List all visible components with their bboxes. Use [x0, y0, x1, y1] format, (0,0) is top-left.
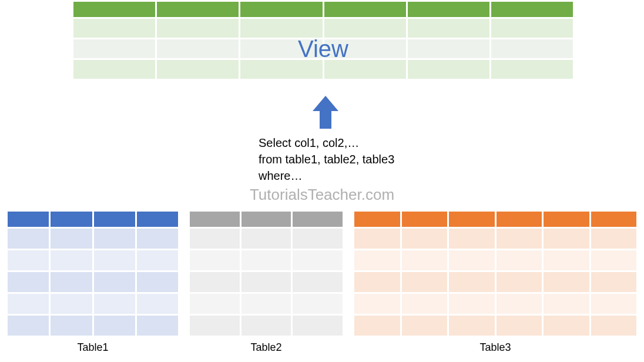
table3-header-cell — [544, 212, 589, 227]
view-cell — [324, 39, 406, 58]
table1-caption: Table1 — [8, 341, 178, 354]
view-cell — [240, 60, 322, 79]
table3-header-cell — [591, 212, 637, 227]
view-header-cell — [408, 2, 489, 17]
table2-header-cell — [242, 212, 291, 227]
table2-header — [190, 212, 343, 227]
view-header-row — [73, 2, 573, 17]
table3-caption: Table3 — [354, 341, 636, 354]
table1-header-cell — [51, 212, 92, 227]
view-header-cell — [491, 2, 573, 17]
table3-header-cell — [402, 212, 448, 227]
source-tables: Table1 Table2 — [8, 212, 636, 354]
view-header-cell — [240, 2, 322, 17]
view-table: View — [73, 2, 573, 79]
sql-line-1: Select col1, col2,… — [259, 135, 394, 151]
view-row — [73, 39, 573, 58]
sql-text: Select col1, col2,… from table1, table2,… — [259, 135, 394, 184]
view-cell — [408, 60, 489, 79]
table1-header-cell — [137, 212, 178, 227]
view-cell — [324, 60, 406, 79]
view-cell — [157, 19, 239, 38]
view-cell — [73, 39, 155, 58]
table3: Table3 — [354, 212, 636, 354]
view-cell — [324, 19, 406, 38]
table3-header-cell — [354, 212, 400, 227]
table1-header-cell — [8, 212, 49, 227]
view-cell — [408, 19, 489, 38]
sql-line-2: from table1, table2, table3 — [259, 151, 394, 167]
view-cell — [73, 60, 155, 79]
table1: Table1 — [8, 212, 178, 354]
view-cell — [491, 60, 573, 79]
table2-caption: Table2 — [190, 341, 343, 354]
view-header-cell — [157, 2, 239, 17]
view-header-cell — [73, 2, 155, 17]
view-row — [73, 60, 573, 79]
table1-header — [8, 212, 178, 227]
view-cell — [240, 39, 322, 58]
table2: Table2 — [190, 212, 343, 354]
view-cell — [240, 19, 322, 38]
table2-header-cell — [293, 212, 343, 227]
view-cell — [73, 19, 155, 38]
watermark: TutorialsTeacher.com — [0, 186, 644, 204]
table3-header-cell — [449, 212, 495, 227]
view-cell — [491, 39, 573, 58]
view-grid — [73, 2, 573, 79]
view-cell — [408, 39, 489, 58]
table3-header — [354, 212, 636, 227]
view-cell — [157, 60, 239, 79]
view-cell — [491, 19, 573, 38]
sql-line-3: where… — [259, 167, 394, 184]
up-arrow-icon — [313, 96, 338, 129]
table1-header-cell — [94, 212, 135, 227]
view-row — [73, 19, 573, 38]
table3-header-cell — [497, 212, 542, 227]
view-cell — [157, 39, 239, 58]
table2-header-cell — [190, 212, 240, 227]
view-header-cell — [324, 2, 406, 17]
